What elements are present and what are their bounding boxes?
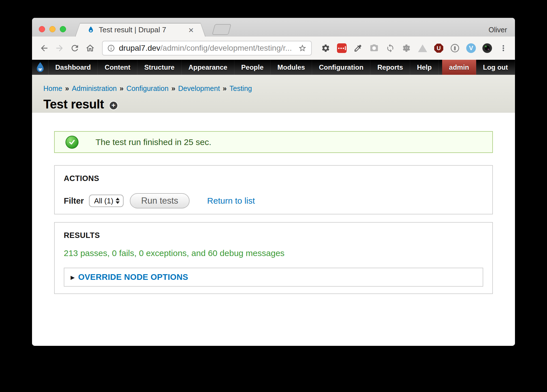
breadcrumb-separator: » xyxy=(171,84,175,92)
page-title: Test result xyxy=(43,97,104,111)
minimize-window-button[interactable] xyxy=(49,26,56,32)
results-summary: 213 passes, 0 fails, 0 exceptions, and 6… xyxy=(64,248,483,258)
browser-toolbar: drupal7.dev /admin/config/development/te… xyxy=(32,37,515,60)
menu-item-appearance[interactable]: Appearance xyxy=(182,60,234,75)
run-tests-button[interactable]: Run tests xyxy=(130,193,190,208)
browser-window: Test result | Drupal 7 × Oliver xyxy=(32,18,515,346)
actions-fieldset: ACTIONS Filter All (1) Run tests Return … xyxy=(54,165,493,214)
menu-item-help[interactable]: Help xyxy=(410,60,439,75)
filter-select[interactable]: All (1) xyxy=(89,195,124,207)
menu-item-configuration[interactable]: Configuration xyxy=(312,60,370,75)
breadcrumb-development[interactable]: Development xyxy=(178,84,220,92)
desktop-background: Test result | Drupal 7 × Oliver xyxy=(0,0,547,392)
settings-gear-icon[interactable] xyxy=(320,43,331,54)
results-legend: RESULTS xyxy=(64,231,483,240)
page-info-icon[interactable] xyxy=(107,44,115,52)
ublock-icon[interactable]: U xyxy=(433,43,444,54)
extension-row: U V xyxy=(320,43,509,54)
select-arrows-icon xyxy=(116,198,120,204)
bookmark-star-icon[interactable] xyxy=(298,44,307,52)
status-message-text: The test run finished in 25 sec. xyxy=(96,137,211,147)
reload-button[interactable] xyxy=(69,42,81,54)
return-to-list-link[interactable]: Return to list xyxy=(207,196,255,206)
override-node-options-link[interactable]: OVERRIDE NODE OPTIONS xyxy=(78,272,188,282)
filter-select-value: All (1) xyxy=(94,197,116,205)
breadcrumb-home[interactable]: Home xyxy=(43,84,62,92)
menu-item-content[interactable]: Content xyxy=(98,60,137,75)
camera-lens-icon[interactable] xyxy=(482,43,493,54)
override-node-options-fieldset[interactable]: ▶ OVERRIDE NODE OPTIONS xyxy=(64,268,483,287)
new-tab-button[interactable] xyxy=(212,24,231,35)
menu-item-reports[interactable]: Reports xyxy=(370,60,410,75)
zoom-window-button[interactable] xyxy=(60,26,66,32)
camera-icon[interactable] xyxy=(369,43,379,54)
sync-icon[interactable] xyxy=(385,43,396,54)
userscript-gear-icon[interactable] xyxy=(401,43,412,54)
vimium-icon[interactable]: V xyxy=(466,43,476,54)
breadcrumb-testing[interactable]: Testing xyxy=(230,84,252,92)
page-content: The test run finished in 25 sec. ACTIONS… xyxy=(32,113,515,346)
drupal-admin-toolbar: Dashboard Content Structure Appearance P… xyxy=(32,60,515,75)
breadcrumb: Home»Administration»Configuration»Develo… xyxy=(43,84,515,93)
menu-item-structure[interactable]: Structure xyxy=(137,60,182,75)
breadcrumb-separator: » xyxy=(120,84,124,92)
forward-button[interactable] xyxy=(54,42,65,54)
url-host: drupal7.dev xyxy=(119,44,160,53)
tab-title: Test result | Drupal 7 xyxy=(99,25,185,34)
drupal-menu: Dashboard Content Structure Appearance P… xyxy=(48,60,439,75)
status-message: The test run finished in 25 sec. xyxy=(54,131,493,153)
collapse-arrow-icon: ▶ xyxy=(71,274,75,281)
results-fieldset: RESULTS 213 passes, 0 fails, 0 exception… xyxy=(54,222,493,294)
logout-menu-item[interactable]: Log out xyxy=(476,60,515,75)
back-button[interactable] xyxy=(38,42,50,54)
actions-legend: ACTIONS xyxy=(64,174,483,183)
traffic-lights xyxy=(39,26,66,32)
drupal-logo-icon[interactable] xyxy=(32,60,48,75)
chrome-menu-icon[interactable] xyxy=(498,43,509,54)
browser-tab[interactable]: Test result | Drupal 7 × xyxy=(75,23,205,37)
breadcrumb-configuration[interactable]: Configuration xyxy=(126,84,169,92)
tab-close-icon[interactable]: × xyxy=(188,25,194,35)
home-button[interactable] xyxy=(84,42,96,54)
drupal-favicon-icon xyxy=(87,26,95,34)
url-path: /admin/config/development/testing/r... xyxy=(160,44,296,53)
account-menu-item[interactable]: admin xyxy=(442,60,476,75)
menu-item-people[interactable]: People xyxy=(234,60,271,75)
profile-name[interactable]: Oliver xyxy=(489,26,507,34)
page-header: Home»Administration»Configuration»Develo… xyxy=(32,75,515,113)
close-window-button[interactable] xyxy=(39,26,45,32)
breadcrumb-administration[interactable]: Administration xyxy=(72,84,117,92)
success-check-icon xyxy=(65,136,79,149)
password-keyring-icon[interactable] xyxy=(450,43,460,54)
drive-icon[interactable] xyxy=(417,43,428,54)
eyedropper-icon[interactable] xyxy=(353,43,363,54)
lastpass-icon[interactable] xyxy=(336,43,347,54)
menu-item-dashboard[interactable]: Dashboard xyxy=(48,60,98,75)
breadcrumb-separator: » xyxy=(65,84,69,92)
tab-strip: Test result | Drupal 7 × Oliver xyxy=(32,18,515,37)
url-bar[interactable]: drupal7.dev /admin/config/development/te… xyxy=(102,41,312,56)
filter-label: Filter xyxy=(64,196,84,206)
menu-item-modules[interactable]: Modules xyxy=(271,60,312,75)
add-shortcut-icon[interactable]: + xyxy=(110,102,117,109)
breadcrumb-separator: » xyxy=(223,84,227,92)
